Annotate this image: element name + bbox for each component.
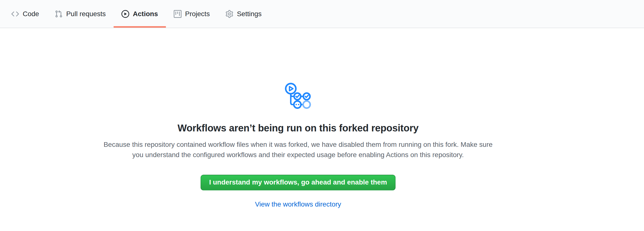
tab-actions[interactable]: Actions <box>114 0 166 28</box>
tab-projects[interactable]: Projects <box>166 0 218 28</box>
blankslate-description: Because this repository contained workfl… <box>102 139 494 160</box>
workflow-graph-icon <box>284 83 312 110</box>
enable-button-row: I understand my workflows, go ahead and … <box>0 160 596 190</box>
tab-label: Actions <box>133 11 158 17</box>
play-circle-icon <box>122 10 129 18</box>
tab-label: Pull requests <box>66 11 106 17</box>
tab-label: Settings <box>237 11 262 17</box>
blankslate-title: Workflows aren’t being run on this forke… <box>0 123 596 134</box>
enable-workflows-button[interactable]: I understand my workflows, go ahead and … <box>200 175 396 190</box>
tab-code[interactable]: Code <box>4 0 47 28</box>
tab-settings[interactable]: Settings <box>218 0 270 28</box>
project-board-icon <box>174 10 182 18</box>
tab-label: Projects <box>185 11 210 17</box>
tab-label: Code <box>23 11 39 17</box>
repo-tab-bar: Code Pull requests Actions Projects Sett… <box>0 0 644 28</box>
git-pull-request-icon <box>55 10 62 18</box>
tab-pull-requests[interactable]: Pull requests <box>47 0 114 28</box>
view-workflows-directory-link[interactable]: View the workflows directory <box>255 200 341 208</box>
code-icon <box>11 10 19 18</box>
workflows-link-row: View the workflows directory <box>0 200 596 208</box>
gear-icon <box>226 10 233 18</box>
actions-blankslate: Workflows aren’t being run on this forke… <box>0 28 596 208</box>
